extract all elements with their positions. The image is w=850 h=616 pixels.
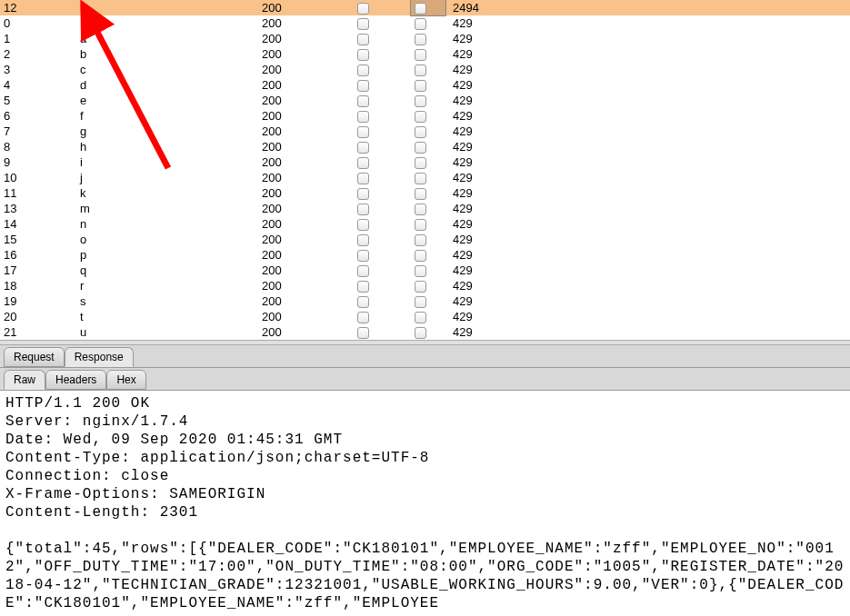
cell-error — [354, 309, 411, 324]
checkbox-icon[interactable] — [415, 219, 426, 231]
cell-status: 200 — [258, 62, 354, 77]
cell-payload: g — [76, 124, 258, 139]
checkbox-icon[interactable] — [415, 250, 426, 262]
checkbox-icon[interactable] — [357, 173, 369, 184]
table-row[interactable]: 0200429 — [0, 15, 850, 31]
checkbox-icon[interactable] — [415, 234, 426, 246]
checkbox-icon[interactable] — [357, 204, 369, 215]
checkbox-icon[interactable] — [357, 219, 369, 231]
checkbox-icon[interactable] — [357, 188, 369, 200]
table-row[interactable]: 8h200429 — [0, 139, 850, 154]
table-row[interactable]: 4d200429 — [0, 77, 850, 93]
checkbox-icon[interactable] — [357, 18, 369, 30]
checkbox-icon[interactable] — [415, 49, 426, 61]
checkbox-icon[interactable] — [357, 126, 369, 138]
cell-timeout — [411, 77, 445, 93]
checkbox-icon[interactable] — [357, 296, 369, 308]
cell-id: 3 — [0, 62, 76, 77]
cell-id: 0 — [0, 15, 76, 31]
checkbox-icon[interactable] — [415, 142, 426, 154]
checkbox-icon[interactable] — [415, 95, 426, 107]
cell-payload: t — [76, 309, 258, 324]
cell-timeout — [411, 216, 445, 232]
table-row[interactable]: 10j200429 — [0, 170, 850, 185]
checkbox-icon[interactable] — [415, 327, 426, 339]
checkbox-icon[interactable] — [415, 157, 426, 169]
checkbox-icon[interactable] — [415, 296, 426, 308]
tab-request[interactable]: Request — [4, 347, 65, 367]
cell-status: 200 — [258, 124, 354, 139]
tab-raw[interactable]: Raw — [4, 370, 45, 390]
table-row[interactable]: 18r200429 — [0, 278, 850, 293]
tab-headers[interactable]: Headers — [45, 370, 106, 390]
table-row[interactable]: 16p200429 — [0, 247, 850, 263]
checkbox-icon[interactable] — [415, 111, 426, 123]
checkbox-icon[interactable] — [415, 65, 426, 76]
table-row[interactable]: 5e200429 — [0, 93, 850, 108]
cell-status: 200 — [258, 232, 354, 247]
checkbox-icon[interactable] — [415, 3, 426, 15]
results-table[interactable]: 12l200249402004291a2004292b2004293c20042… — [0, 0, 850, 340]
cell-id: 10 — [0, 170, 76, 185]
checkbox-icon[interactable] — [357, 157, 369, 169]
cell-timeout — [411, 263, 445, 278]
checkbox-icon[interactable] — [357, 281, 369, 293]
cell-payload: r — [76, 278, 258, 293]
checkbox-icon[interactable] — [415, 34, 426, 45]
table-row[interactable]: 13m200429 — [0, 201, 850, 216]
checkbox-icon[interactable] — [357, 234, 369, 246]
table-row[interactable]: 17q200429 — [0, 263, 850, 278]
cell-payload: f — [76, 108, 258, 124]
cell-error — [354, 0, 411, 15]
checkbox-icon[interactable] — [357, 250, 369, 262]
table-row[interactable]: 12l2002494 — [0, 0, 850, 15]
checkbox-icon[interactable] — [357, 65, 369, 76]
checkbox-icon[interactable] — [415, 281, 426, 293]
checkbox-icon[interactable] — [415, 173, 426, 184]
checkbox-icon[interactable] — [357, 265, 369, 277]
checkbox-icon[interactable] — [415, 80, 426, 92]
tab-hex[interactable]: Hex — [106, 370, 145, 390]
checkbox-icon[interactable] — [357, 312, 369, 323]
cell-error — [354, 31, 411, 46]
table-row[interactable]: 6f200429 — [0, 108, 850, 124]
tab-response[interactable]: Response — [65, 347, 134, 367]
cell-id: 16 — [0, 247, 76, 263]
table-row[interactable]: 14n200429 — [0, 216, 850, 232]
cell-timeout — [411, 278, 445, 293]
cell-status: 200 — [258, 170, 354, 185]
checkbox-icon[interactable] — [357, 49, 369, 61]
table-row[interactable]: 7g200429 — [0, 124, 850, 139]
checkbox-icon[interactable] — [357, 327, 369, 339]
cell-timeout — [411, 154, 445, 170]
checkbox-icon[interactable] — [357, 3, 369, 15]
checkbox-icon[interactable] — [357, 34, 369, 45]
table-row[interactable]: 1a200429 — [0, 31, 850, 46]
response-body[interactable]: HTTP/1.1 200 OK Server: nginx/1.7.4 Date… — [0, 391, 850, 616]
table-row[interactable]: 20t200429 — [0, 309, 850, 324]
checkbox-icon[interactable] — [415, 188, 426, 200]
checkbox-icon[interactable] — [415, 126, 426, 138]
table-row[interactable]: 19s200429 — [0, 293, 850, 309]
cell-timeout — [411, 324, 445, 340]
checkbox-icon[interactable] — [415, 18, 426, 30]
checkbox-icon[interactable] — [357, 95, 369, 107]
cell-length: 429 — [445, 15, 520, 31]
table-row[interactable]: 2b200429 — [0, 46, 850, 62]
table-row[interactable]: 11k200429 — [0, 185, 850, 201]
checkbox-icon[interactable] — [415, 204, 426, 215]
checkbox-icon[interactable] — [415, 265, 426, 277]
cell-timeout — [411, 185, 445, 201]
checkbox-icon[interactable] — [357, 80, 369, 92]
table-row[interactable]: 15o200429 — [0, 232, 850, 247]
cell-payload: a — [76, 31, 258, 46]
checkbox-icon[interactable] — [415, 312, 426, 323]
table-row[interactable]: 9i200429 — [0, 154, 850, 170]
cell-payload: p — [76, 247, 258, 263]
cell-error — [354, 170, 411, 185]
table-row[interactable]: 3c200429 — [0, 62, 850, 77]
cell-fill — [520, 247, 850, 263]
checkbox-icon[interactable] — [357, 142, 369, 154]
checkbox-icon[interactable] — [357, 111, 369, 123]
table-row[interactable]: 21u200429 — [0, 324, 850, 340]
